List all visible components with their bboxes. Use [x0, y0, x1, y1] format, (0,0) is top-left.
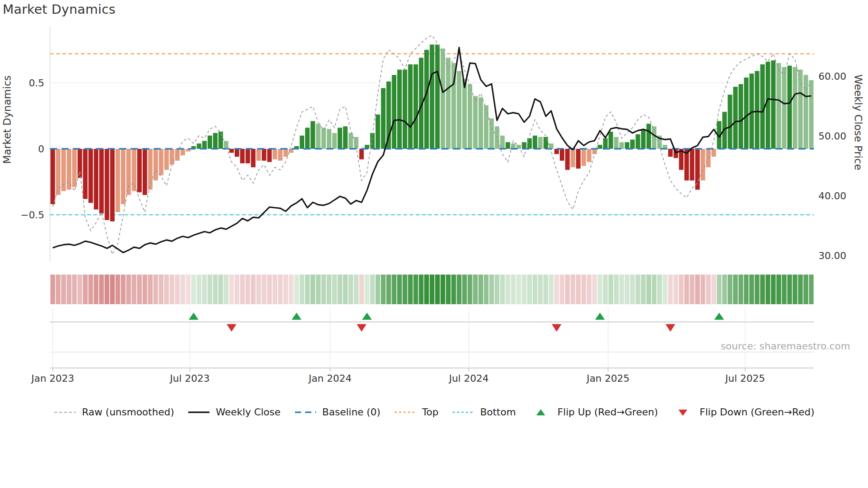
- oscillator-bar: [251, 149, 256, 167]
- oscillator-bar: [392, 75, 396, 149]
- flip-down-marker: [227, 324, 236, 332]
- oscillator-bar: [121, 149, 125, 204]
- heatmap-cell: [397, 275, 402, 304]
- oscillator-bar: [625, 142, 629, 149]
- heatmap-cell: [462, 275, 467, 304]
- heatmap-cell: [99, 275, 104, 304]
- oscillator-bar: [72, 149, 77, 187]
- flip-down-marker: [666, 324, 675, 332]
- weekly-close-swatch: [187, 407, 210, 417]
- oscillator-bar: [50, 149, 55, 204]
- oscillator-bar: [229, 149, 234, 153]
- heatmap-cell: [473, 275, 478, 304]
- heatmap-cell: [159, 275, 163, 304]
- oscillator-bar: [397, 70, 402, 149]
- oscillator-bar: [478, 97, 483, 149]
- heatmap-cell: [782, 275, 787, 304]
- x-tick-label: Jan 2025: [586, 373, 630, 384]
- oscillator-bar: [620, 142, 624, 149]
- heatmap-cell: [175, 275, 180, 304]
- oscillator-bar: [414, 64, 418, 149]
- oscillator-bar: [793, 67, 797, 149]
- flip-up-icon: [529, 407, 552, 417]
- heatmap-cell: [505, 275, 510, 304]
- oscillator-bar: [587, 149, 591, 162]
- heatmap-cell: [337, 275, 342, 304]
- heatmap-cell: [636, 275, 640, 304]
- heatmap-cell: [619, 275, 624, 304]
- oscillator-bar: [278, 149, 283, 161]
- heatmap-cell: [137, 275, 142, 304]
- oscillator-bar: [403, 70, 407, 149]
- oscillator-bar: [408, 64, 412, 149]
- heatmap-cell: [597, 275, 602, 304]
- heatmap-cell: [126, 275, 131, 304]
- heatmap-cell: [322, 275, 326, 304]
- heatmap-cell: [256, 275, 261, 304]
- oscillator-bar: [462, 79, 467, 149]
- heatmap-cell: [364, 275, 369, 304]
- oscillator-bar: [766, 62, 770, 149]
- oscillator-bar: [570, 149, 575, 167]
- oscillator-bar: [283, 149, 288, 157]
- flip-up-marker: [595, 313, 605, 320]
- heatmap-cell: [787, 275, 792, 304]
- oscillator-bar: [300, 136, 304, 149]
- oscillator-bar: [370, 133, 375, 149]
- oscillator-bar: [164, 149, 169, 170]
- oscillator-bar: [83, 149, 87, 199]
- oscillator-bar: [527, 138, 532, 149]
- oscillator-bar: [744, 77, 748, 149]
- raw-line-swatch: [54, 407, 77, 417]
- flip-down-icon: [671, 407, 694, 417]
- legend-item: Bottom: [452, 407, 516, 418]
- oscillator-bar: [701, 149, 705, 181]
- heatmap-cell: [478, 275, 483, 304]
- y-right-tick-label: 60.00: [818, 71, 846, 82]
- oscillator-bar: [603, 138, 608, 149]
- flip-down-marker: [356, 324, 366, 332]
- oscillator-bar: [175, 149, 179, 161]
- heatmap-cell: [565, 275, 570, 304]
- flip-up-marker: [362, 313, 372, 320]
- heatmap-cell: [657, 275, 662, 304]
- oscillator-bar: [712, 149, 716, 157]
- heatmap-cell: [722, 275, 727, 304]
- heatmap-cell: [116, 275, 120, 304]
- flip-down-marker: [552, 324, 562, 332]
- oscillator-bar: [67, 149, 71, 190]
- heatmap-cell: [652, 275, 657, 304]
- oscillator-bar: [690, 149, 694, 181]
- x-tick-label: Jul 2025: [725, 373, 765, 384]
- heatmap-cell: [527, 275, 532, 304]
- heatmap-cell: [56, 275, 61, 304]
- oscillator-bar: [457, 71, 461, 149]
- flip-up-marker: [189, 313, 198, 320]
- heatmap-cell: [386, 275, 391, 304]
- heatmap-cell: [744, 275, 749, 304]
- heatmap-cell: [522, 275, 527, 304]
- heatmap-cell: [809, 275, 814, 304]
- heatmap-cell: [283, 275, 288, 304]
- heatmap-cell: [218, 275, 223, 304]
- legend-label: Bottom: [480, 407, 516, 418]
- heatmap-cell: [105, 275, 109, 304]
- oscillator-bar: [636, 134, 640, 149]
- heatmap-cell: [245, 275, 250, 304]
- y-left-axis-title: Market Dynamics: [1, 75, 13, 164]
- oscillator-bar: [608, 132, 613, 149]
- oscillator-bar: [148, 149, 152, 190]
- heatmap-cell: [72, 275, 77, 304]
- oscillator-bar: [755, 71, 759, 149]
- heatmap-cell: [739, 275, 744, 304]
- heatmap-cell: [132, 275, 136, 304]
- heatmap-cell: [148, 275, 153, 304]
- oscillator-bar: [733, 87, 737, 149]
- heatmap-cell: [143, 275, 147, 304]
- heatmap-cell: [413, 275, 418, 304]
- oscillator-bar: [202, 141, 207, 149]
- heatmap-cell: [208, 275, 213, 304]
- oscillator-bar: [332, 133, 337, 149]
- heatmap-cell: [711, 275, 716, 304]
- y-right-axis-title: Weekly Close Price: [852, 74, 864, 170]
